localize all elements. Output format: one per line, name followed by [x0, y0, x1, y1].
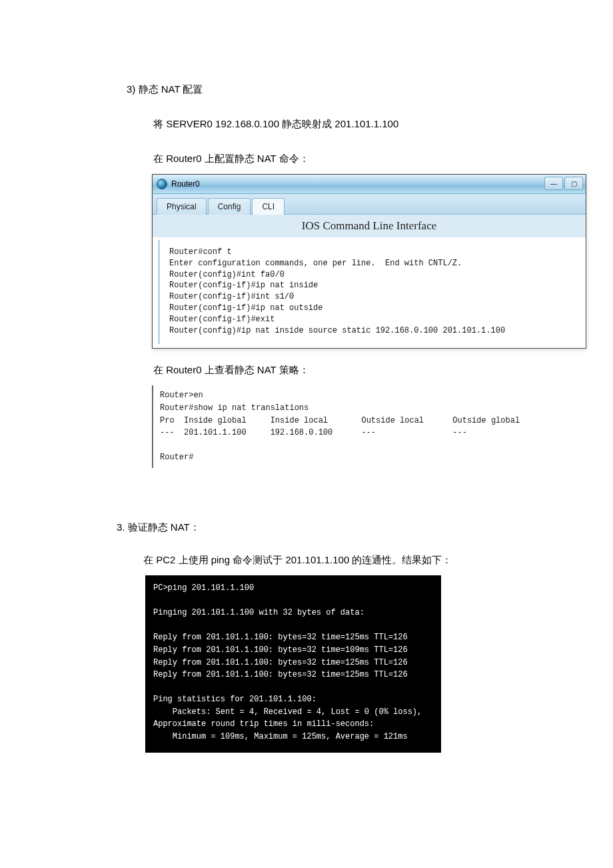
cli-output: Router#conf t Enter configuration comman… [158, 240, 583, 344]
tab-config[interactable]: Config [208, 198, 251, 215]
nat-translations-output: Router>en Router#show ip nat translation… [152, 385, 586, 468]
verify-heading: 3. 验证静态 NAT： [40, 521, 573, 534]
ping-output: PC>ping 201.101.1.100 Pinging 201.101.1.… [145, 575, 441, 753]
tab-row: Physical Config CLI [153, 194, 586, 215]
cli-heading: IOS Command Line Interface [153, 215, 586, 237]
tab-cli-label: CLI [262, 202, 275, 211]
router0-window: Router0 — ▢ Physical Config CLI IOS Comm… [152, 174, 586, 349]
section-3-line1: 将 SERVER0 192.168.0.100 静态映射成 201.101.1.… [40, 115, 573, 133]
section-3-title: 3) 静态 NAT 配置 [40, 80, 573, 98]
section-3-line2: 在 Router0 上配置静态 NAT 命令： [40, 149, 573, 167]
tab-cli[interactable]: CLI [252, 198, 285, 215]
maximize-button[interactable]: ▢ [564, 177, 583, 190]
document-page: 3) 静态 NAT 配置 将 SERVER0 192.168.0.100 静态映… [0, 0, 613, 868]
tab-config-label: Config [218, 202, 241, 211]
verify-line: 在 PC2 上使用 ping 命令测试于 201.101.1.100 的连通性。… [40, 551, 573, 569]
tab-physical[interactable]: Physical [157, 198, 207, 215]
after-router-line: 在 Router0 上查看静态 NAT 策略： [40, 361, 573, 379]
minimize-button[interactable]: — [544, 177, 563, 190]
tab-physical-label: Physical [167, 202, 197, 211]
window-title: Router0 [171, 179, 200, 189]
window-buttons: — ▢ [544, 177, 583, 190]
router-icon [157, 179, 167, 189]
window-titlebar: Router0 — ▢ [153, 175, 586, 194]
